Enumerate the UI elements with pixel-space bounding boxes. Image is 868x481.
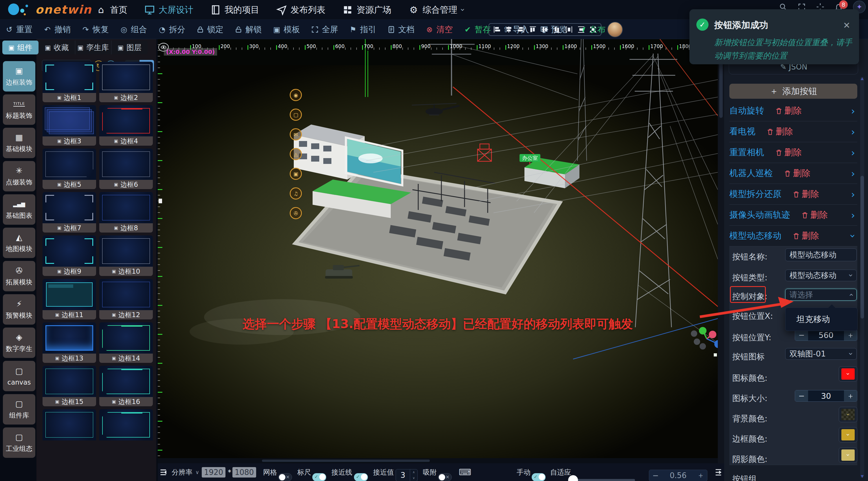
snap-toggle[interactable]: ✕ <box>438 473 452 481</box>
toast-close-icon[interactable]: ✕ <box>843 20 850 30</box>
sidebar-item-基础模块[interactable]: ▦基础模块 <box>3 128 35 158</box>
poi-music-icon[interactable]: ♫ <box>290 187 302 200</box>
align-middle-icon[interactable] <box>541 26 549 33</box>
poi-video-icon[interactable]: ◉ <box>290 89 302 101</box>
delete-button[interactable]: 删除 <box>801 209 828 221</box>
component-card-边框8[interactable]: ▣边框8 <box>99 192 153 233</box>
tab-图层[interactable]: ▣图层 <box>112 40 148 55</box>
scroll-down-icon[interactable]: ▼ <box>860 474 865 478</box>
fit-screen-icon[interactable] <box>589 26 597 33</box>
design-canvas-3d-scene[interactable]: 1002003004005006007008009001000110012001… <box>158 39 718 463</box>
delete-button[interactable]: 删除 <box>775 105 802 117</box>
bg-color-swatch[interactable]: › <box>839 407 857 422</box>
icon-size-value[interactable]: 30 <box>808 390 844 401</box>
button-row-看电视[interactable]: 看电视删除› <box>730 121 857 142</box>
component-card-边框12[interactable]: ▣边框12 <box>99 279 153 320</box>
poi-mail-icon[interactable]: ✉ <box>290 128 302 141</box>
poi-screen-icon[interactable]: ▣ <box>290 168 302 180</box>
delete-button[interactable]: 删除 <box>793 188 819 200</box>
tab-组件[interactable]: ▣组件 <box>2 40 39 55</box>
sidebar-item-拓展模块[interactable]: ✇拓展模块 <box>3 261 35 291</box>
approach-value-stepper[interactable]: 3∧∨ <box>396 469 417 481</box>
icon-size-minus-button[interactable]: − <box>795 390 808 401</box>
component-card-边框5[interactable]: ▣边框5 <box>42 149 96 189</box>
align-bottom-icon[interactable] <box>553 26 561 33</box>
tool-12-check[interactable]: ✔暂存 <box>463 24 491 35</box>
component-card-边框16[interactable]: ▣边框16 <box>99 366 153 406</box>
delete-button[interactable]: 删除 <box>775 147 802 158</box>
poi-film-icon[interactable]: ✇ <box>290 207 302 219</box>
delete-button[interactable]: 删除 <box>767 126 793 138</box>
app-logo[interactable]: onetwin <box>7 2 92 18</box>
poi-location-icon[interactable]: ◬ <box>290 148 302 160</box>
posy-value[interactable]: 560 <box>808 330 844 340</box>
sidebar-item-边框装饰[interactable]: ▣边框装饰 <box>3 61 35 91</box>
tool-6-unlock[interactable]: 解锁 <box>234 24 261 35</box>
sidebar-item-基础图表[interactable]: ▂▄▆基础图表 <box>3 194 35 225</box>
delete-button[interactable]: 删除 <box>793 230 819 242</box>
poi-tv-icon[interactable]: ▢ <box>290 109 302 121</box>
border-color-swatch[interactable]: › <box>839 427 857 443</box>
component-card-边框3[interactable]: ▣边框3 <box>42 105 96 146</box>
button-row-自动旋转[interactable]: 自动旋转删除› <box>730 100 857 121</box>
tool-7-template[interactable]: ▣模板 <box>272 24 300 35</box>
nav-item-2[interactable]: 我的项目 <box>210 4 259 16</box>
type-select[interactable]: 模型动态移动› <box>785 270 857 281</box>
component-card-边框6[interactable]: ▣边框6 <box>99 149 153 189</box>
component-card-边框1[interactable]: ▣边框1 <box>42 62 96 102</box>
component-card-边框15[interactable]: ▣边框15 <box>42 366 96 406</box>
component-card-partial-17[interactable] <box>99 409 153 450</box>
component-card-边框11[interactable]: ▣边框11 <box>42 279 96 320</box>
user-avatar[interactable] <box>607 22 623 37</box>
tool-4-split[interactable]: ◔拆分 <box>157 24 185 35</box>
chevron-right-icon[interactable]: › <box>851 147 855 158</box>
inspector-scrollbar[interactable]: ▲ ▼ <box>860 77 864 478</box>
button-row-摄像头动画轨迹[interactable]: 摄像头动画轨迹删除› <box>730 205 857 226</box>
chevron-right-icon[interactable]: › <box>851 168 855 179</box>
sidebar-item-canvas[interactable]: ▢canvas <box>3 361 35 391</box>
canvas-vertical-scrollbar[interactable] <box>718 39 724 463</box>
icon-color-swatch[interactable]: › <box>839 366 857 382</box>
add-button[interactable]: ＋添加按钮 <box>730 84 857 99</box>
tool-8-fullscreen[interactable]: 全屏 <box>310 24 338 35</box>
tab-收藏[interactable]: ▣收藏 <box>39 40 75 55</box>
res-width-input[interactable]: 1920 <box>202 467 225 478</box>
tool-0-reset[interactable]: ↺重置 <box>5 24 32 35</box>
chevron-right-icon[interactable]: › <box>851 126 855 138</box>
component-card-边框10[interactable]: ▣边框10 <box>99 235 153 276</box>
keyboard-icon[interactable]: ⌨ <box>459 463 471 481</box>
align-center-h-icon[interactable] <box>504 26 513 33</box>
approach-line-toggle[interactable]: ✓ <box>354 473 368 481</box>
tool-10-doc[interactable]: 文档 <box>387 24 414 35</box>
tool-2-redo[interactable]: ↷恢复 <box>81 24 109 35</box>
tool-1-undo[interactable]: ↶撤销 <box>43 24 71 35</box>
sidebar-item-点缀装饰[interactable]: ✳点缀装饰 <box>3 161 35 191</box>
sidebar-item-数字孪生[interactable]: ◈数字孪生 <box>3 328 35 358</box>
posy-minus-button[interactable]: − <box>795 330 808 340</box>
target-select[interactable]: 请选择› <box>785 289 857 301</box>
distribute-h-icon[interactable] <box>565 26 574 33</box>
zoom-plus-button[interactable]: ＋ <box>694 470 707 480</box>
tab-孪生库[interactable]: ▣孪生库 <box>75 40 112 55</box>
shadow-color-swatch[interactable]: › <box>839 447 857 463</box>
nav-item-5[interactable]: ⚙综合管理› <box>408 4 464 16</box>
component-card-边框14[interactable]: ▣边框14 <box>99 322 153 363</box>
ruler-toggle[interactable]: ✓ <box>312 473 326 481</box>
dropdown-option-tank-move[interactable]: 坦克移动 <box>797 313 830 325</box>
name-input[interactable]: 模型动态移动 <box>785 248 857 261</box>
tool-9-flag[interactable]: ⚑指引 <box>348 24 376 35</box>
delete-button[interactable]: 删除 <box>784 168 810 179</box>
icon-select[interactable]: 双轴图-01› <box>785 348 857 360</box>
button-row-机器人巡检[interactable]: 机器人巡检删除› <box>730 163 857 184</box>
zoom-slider[interactable] <box>570 479 635 481</box>
posy-plus-button[interactable]: ＋ <box>844 330 857 340</box>
exit-panel-icon[interactable] <box>714 463 723 481</box>
button-row-重置相机[interactable]: 重置相机删除› <box>730 142 857 163</box>
align-left-icon[interactable] <box>493 26 501 33</box>
sidebar-item-预警模块[interactable]: ⚡预警模块 <box>3 294 35 325</box>
sidebar-item-工业组态[interactable]: ▢工业组态 <box>3 427 35 458</box>
chevron-right-icon[interactable]: › <box>851 188 855 200</box>
layers-menu-icon[interactable] <box>159 463 167 481</box>
button-row-模型拆分还原[interactable]: 模型拆分还原删除› <box>730 184 857 205</box>
button-row-模型动态移动[interactable]: 模型动态移动删除› <box>730 226 857 246</box>
